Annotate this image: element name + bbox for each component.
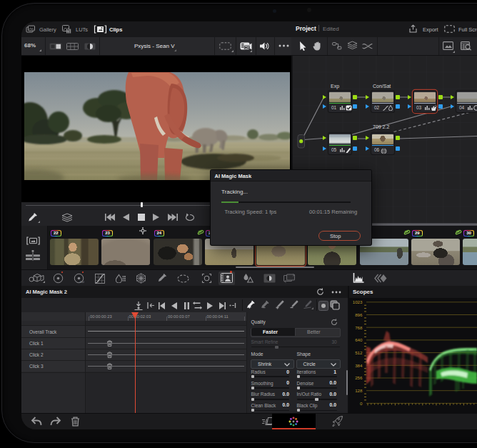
svg-text:0: 0 (360, 401, 363, 406)
svg-text:640: 640 (355, 337, 363, 342)
svg-text:384: 384 (355, 363, 363, 368)
svg-text:896: 896 (355, 312, 363, 317)
svg-text:768: 768 (355, 325, 363, 330)
svg-text:HDR: HDR (80, 280, 84, 284)
svg-text:512: 512 (355, 350, 363, 355)
svg-text:256: 256 (355, 375, 363, 380)
svg-text:128: 128 (355, 388, 363, 393)
svg-text:1023: 1023 (353, 299, 363, 304)
